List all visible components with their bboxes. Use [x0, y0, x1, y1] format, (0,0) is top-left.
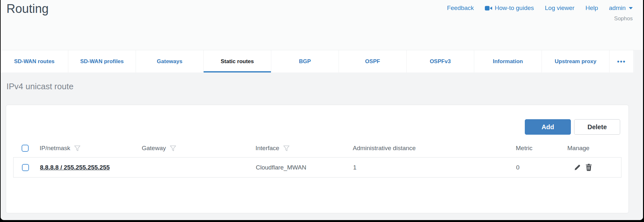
delete-button[interactable]: Delete	[574, 119, 620, 135]
tab-sdwan-profiles[interactable]: SD-WAN profiles	[68, 50, 136, 72]
add-button[interactable]: Add	[525, 119, 571, 135]
org-name: Sophos	[614, 15, 633, 22]
column-header-metric: Metric	[516, 145, 533, 152]
main-content: IPv4 unicast route Add Delete IP/netmask	[1, 72, 643, 220]
app-window: Routing Feedback How-to guides Log viewe…	[1, 0, 643, 220]
route-administrative-distance: 1	[353, 164, 357, 171]
help-link[interactable]: Help	[585, 5, 598, 12]
card-toolbar: Add Delete	[525, 119, 620, 135]
top-header: Routing Feedback How-to guides Log viewe…	[1, 0, 643, 50]
admin-menu-label: admin	[609, 5, 626, 12]
log-viewer-link[interactable]: Log viewer	[545, 5, 574, 12]
tab-bar: SD-WAN routes SD-WAN profiles Gateways S…	[1, 50, 634, 72]
table-header-row: IP/netmask Gateway Interface	[13, 139, 621, 157]
row-checkbox[interactable]	[22, 164, 29, 171]
tab-label: BGP	[299, 58, 311, 65]
tab-label: SD-WAN profiles	[80, 58, 124, 65]
header-links: Feedback How-to guides Log viewer Help a…	[447, 5, 633, 12]
route-interface: Cloudflare_MWAN	[256, 164, 306, 171]
filter-icon[interactable]	[283, 145, 290, 151]
tab-label: SD-WAN routes	[14, 58, 55, 65]
tab-label: Static routes	[221, 58, 254, 65]
tab-bgp[interactable]: BGP	[271, 50, 339, 72]
tab-upstream-proxy[interactable]: Upstream proxy	[542, 50, 610, 72]
filter-icon[interactable]	[74, 145, 81, 151]
admin-menu[interactable]: admin	[609, 5, 633, 12]
routes-card: Add Delete IP/netmask Gateway	[6, 105, 629, 213]
tab-ospf[interactable]: OSPF	[339, 50, 407, 72]
column-header-gateway: Gateway	[142, 145, 166, 152]
route-ip-link[interactable]: 8.8.8.8 / 255.255.255.255	[40, 164, 110, 171]
tab-label: Information	[493, 58, 523, 65]
tab-label: OSPF	[365, 58, 380, 65]
edit-icon[interactable]	[574, 164, 581, 171]
log-viewer-label: Log viewer	[545, 5, 574, 12]
tab-ospfv3[interactable]: OSPFv3	[407, 50, 474, 72]
page-title: Routing	[6, 2, 49, 16]
table-row: 8.8.8.8 / 255.255.255.255 Cloudflare_MWA…	[13, 157, 621, 178]
select-all-checkbox[interactable]	[22, 145, 29, 152]
feedback-link[interactable]: Feedback	[447, 5, 474, 12]
tab-information[interactable]: Information	[474, 50, 542, 72]
route-metric: 0	[516, 164, 520, 171]
section-title: IPv4 unicast route	[6, 82, 73, 92]
tab-label: Upstream proxy	[555, 58, 596, 65]
column-header-ip-netmask: IP/netmask	[40, 145, 70, 152]
column-header-administrative-distance: Administrative distance	[353, 145, 416, 152]
video-camera-icon	[485, 5, 492, 11]
chevron-down-icon	[629, 7, 633, 9]
feedback-link-label: Feedback	[447, 5, 474, 12]
tab-label: Gateways	[157, 58, 182, 65]
delete-icon[interactable]	[585, 164, 592, 171]
help-label: Help	[585, 5, 598, 12]
filter-icon[interactable]	[170, 145, 176, 151]
tab-static-routes[interactable]: Static routes	[204, 50, 271, 72]
how-to-guides-label: How-to guides	[495, 5, 534, 12]
tab-sdwan-routes[interactable]: SD-WAN routes	[1, 50, 68, 72]
tab-label: OSPFv3	[430, 58, 451, 65]
how-to-guides-link[interactable]: How-to guides	[485, 5, 534, 12]
column-header-interface: Interface	[255, 145, 279, 152]
tabs-overflow-button[interactable]: •••	[610, 50, 634, 72]
tab-gateways[interactable]: Gateways	[136, 50, 204, 72]
column-header-manage: Manage	[567, 145, 590, 152]
